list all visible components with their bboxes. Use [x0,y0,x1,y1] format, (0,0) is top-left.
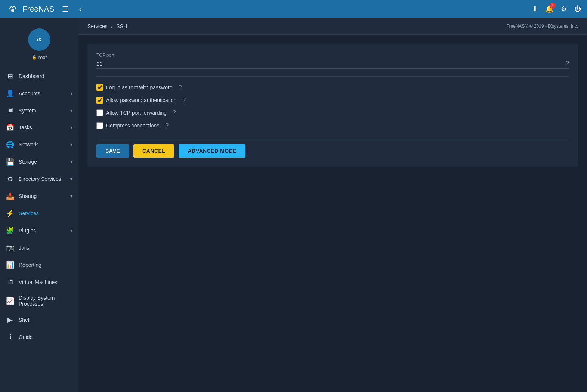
tasks-icon: 📅 [6,123,14,132]
login-root-row: Log in as root with password ? [96,84,569,91]
notifications-icon[interactable]: 🔔 1 [545,5,553,13]
sidebar-item-label: Storage [19,159,66,165]
tcp-port-input[interactable] [96,61,563,67]
chevron-down-icon: ▾ [70,194,72,199]
sidebar-item-virtual-machines[interactable]: 🖥 Virtual Machines [0,274,78,290]
settings-icon[interactable]: ⚙ [561,5,567,13]
sidebar-item-label: Guide [19,334,72,340]
system-icon: 🖥 [6,107,14,114]
sidebar-item-system[interactable]: 🖥 System ▾ [0,102,78,119]
sidebar-item-label: Tasks [19,124,66,130]
services-icon: ⚡ [6,209,14,217]
sidebar-item-jails[interactable]: 📷 Jails [0,239,78,256]
jails-icon: 📷 [6,244,14,252]
sidebar-item-label: Services [19,210,72,216]
dashboard-icon: ⊞ [6,72,14,80]
virtual-machines-icon: 🖥 [6,278,14,286]
cancel-button[interactable]: CANCEL [133,144,174,158]
sidebar-item-label: Jails [19,245,72,251]
advanced-mode-button[interactable]: ADVANCED MODE [179,144,245,158]
ssh-form-card: TCP port ? Log in as root with password … [87,44,578,167]
tcp-port-input-row: ? [96,60,569,69]
sidebar-item-label: Directory Services [19,176,66,182]
avatar: iX [28,28,50,51]
sharing-icon: 📤 [6,192,14,200]
notification-badge: 1 [550,3,556,9]
svg-point-1 [11,9,14,12]
compress-help-icon[interactable]: ? [165,122,169,129]
breadcrumb-part-1[interactable]: Services [87,23,108,29]
chevron-down-icon: ▾ [70,125,72,130]
logo-text: FreeNAS [22,5,55,13]
chevron-down-icon: ▾ [70,142,72,147]
sidebar: iX 🔒 root ⊞ Dashboard 👤 Accounts ▾ 🖥 Sys… [0,18,78,392]
chevron-down-icon: ▾ [70,228,72,233]
download-icon[interactable]: ⬇ [532,5,538,13]
user-info: 🔒 root [32,55,47,60]
hamburger-icon[interactable]: ☰ [59,3,72,15]
lock-icon: 🔒 [32,55,37,60]
login-root-checkbox[interactable] [96,84,103,91]
sidebar-item-display-system-processes[interactable]: 📈 Display System Processes [0,290,78,311]
sidebar-item-storage[interactable]: 💾 Storage ▾ [0,153,78,170]
login-root-label[interactable]: Log in as root with password [106,84,172,90]
allow-password-checkbox[interactable] [96,97,103,104]
sidebar-item-plugins[interactable]: 🧩 Plugins ▾ [0,222,78,239]
chevron-down-icon: ▾ [70,159,72,164]
chevron-down-icon: ▾ [70,91,72,96]
accounts-icon: 👤 [6,89,14,98]
copyright: FreeNAS® © 2019 - iXsystems, Inc. [506,24,578,29]
sidebar-item-label: Shell [19,317,72,323]
sidebar-item-dashboard[interactable]: ⊞ Dashboard [0,68,78,85]
network-icon: 🌐 [6,141,14,149]
sidebar-item-services[interactable]: ⚡ Services [0,205,78,222]
allow-tcp-checkbox[interactable] [96,109,103,116]
plugins-icon: 🧩 [6,226,14,235]
sidebar-item-label: Network [19,142,66,148]
login-root-help-icon[interactable]: ? [178,84,182,91]
allow-tcp-help-icon[interactable]: ? [173,109,176,116]
back-icon[interactable]: ‹ [76,3,85,15]
sidebar-item-guide[interactable]: ℹ Guide [0,328,78,346]
main-content: Services / SSH FreeNAS® © 2019 - iXsyste… [78,18,587,392]
tcp-port-label: TCP port [96,53,569,58]
tcp-port-help-icon[interactable]: ? [566,60,569,67]
chevron-down-icon: ▾ [70,108,72,113]
sidebar-item-tasks[interactable]: 📅 Tasks ▾ [0,119,78,136]
sidebar-item-label: Dashboard [19,73,72,79]
sidebar-item-network[interactable]: 🌐 Network ▾ [0,136,78,153]
allow-password-row: Allow password authentication ? [96,97,569,104]
action-buttons: SAVE CANCEL ADVANCED MODE [96,138,569,158]
sidebar-item-reporting[interactable]: 📊 Reporting [0,256,78,274]
sidebar-item-label: Reporting [19,262,72,268]
reporting-icon: 📊 [6,261,14,269]
header-left: FreeNAS ☰ ‹ [6,2,84,16]
storage-icon: 💾 [6,158,14,166]
tcp-port-field: TCP port ? [96,53,569,69]
compress-row: Compress connections ? [96,122,569,129]
breadcrumb-bar: Services / SSH FreeNAS® © 2019 - iXsyste… [78,18,587,35]
allow-password-help-icon[interactable]: ? [182,97,186,104]
sidebar-item-label: Display System Processes [19,295,72,307]
sidebar-item-sharing[interactable]: 📤 Sharing ▾ [0,188,78,205]
logo-area: FreeNAS [6,2,55,16]
username: root [38,55,47,60]
sidebar-item-label: System [19,108,66,114]
directory-services-icon: ⚙ [6,175,14,183]
allow-tcp-label[interactable]: Allow TCP port forwarding [106,110,167,116]
sidebar-item-accounts[interactable]: 👤 Accounts ▾ [0,85,78,102]
sidebar-item-label: Accounts [19,90,66,96]
save-button[interactable]: SAVE [96,144,129,158]
sidebar-profile: iX 🔒 root [0,22,78,68]
chevron-down-icon: ▾ [70,176,72,182]
allow-password-label[interactable]: Allow password authentication [106,97,176,103]
compress-label[interactable]: Compress connections [106,123,159,129]
shell-icon: ▶ [6,316,14,324]
power-icon[interactable]: ⏻ [574,5,581,13]
breadcrumb-separator: / [111,23,113,29]
sidebar-item-label: Plugins [19,228,66,234]
sidebar-item-shell[interactable]: ▶ Shell [0,311,78,328]
compress-checkbox[interactable] [96,122,103,129]
breadcrumb: Services / SSH [87,23,127,29]
sidebar-item-directory-services[interactable]: ⚙ Directory Services ▾ [0,170,78,188]
